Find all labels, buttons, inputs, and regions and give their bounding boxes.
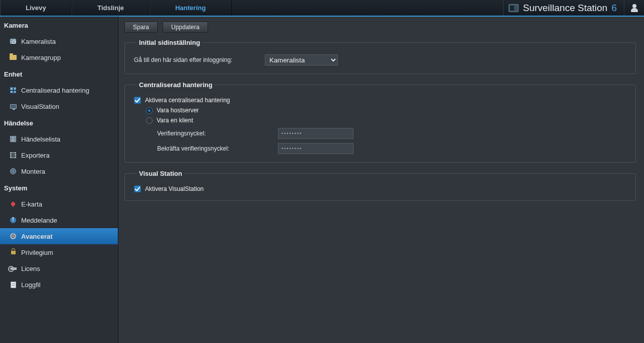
sidebar-item-privilege[interactable]: Privilegium (0, 244, 118, 260)
cms-enable-checkbox[interactable] (134, 97, 141, 104)
user-icon (630, 4, 638, 12)
topbar: LivevyTidslinjeHantering Surveillance St… (0, 0, 644, 17)
sidebar-item-license[interactable]: Licens (0, 260, 118, 277)
topbar-spacer (232, 0, 504, 16)
sidebar-item-label: Händelselista (21, 135, 60, 143)
sidebar-item-label: Avancerat (21, 233, 52, 240)
sidebar-item-eventlist[interactable]: Händelselista (0, 131, 118, 147)
section-cms-legend: Centraliserad hantering (137, 81, 214, 89)
cms-enable-label[interactable]: Aktivera centraliserad hantering (145, 97, 230, 104)
sidebar-item-label: E-karta (21, 200, 42, 208)
key-icon (9, 264, 17, 272)
main-content: Spara Uppdatera Initial sidinställning G… (118, 17, 644, 343)
role-client-radio[interactable] (146, 117, 153, 124)
list-icon (9, 135, 17, 143)
sidebar-item-export[interactable]: Exportera (0, 147, 118, 163)
verify-label: Verifieringsnyckel: (157, 130, 273, 137)
folder-icon (9, 53, 17, 61)
sidebar-item-central[interactable]: Centraliserad hantering (0, 82, 118, 98)
sidebar-item-label: Loggfil (21, 281, 40, 289)
sidebar-item-label: Montera (21, 168, 45, 175)
sidebar-item-label: Centraliserad hantering (21, 87, 89, 94)
sidebar-item-label: Meddelande (21, 217, 57, 224)
log-icon (9, 281, 17, 289)
sidebar-item-camlist[interactable]: Kameralista (0, 33, 118, 49)
tab-live[interactable]: Livevy (0, 0, 71, 16)
sidebar-group-title: Händelse (0, 114, 118, 131)
body: KameraKameralistaKameragruppEnhetCentral… (0, 17, 644, 343)
sidebar-item-label: Kameragrupp (21, 54, 61, 61)
vs-enable-label[interactable]: Aktivera VisualStation (145, 185, 204, 192)
sidebar: KameraKameralistaKameragruppEnhetCentral… (0, 17, 118, 343)
save-button[interactable]: Spara (124, 22, 158, 33)
role-host-label[interactable]: Vara hostserver (157, 107, 199, 114)
refresh-button[interactable]: Uppdatera (163, 22, 208, 33)
monitor-icon (9, 102, 17, 110)
sidebar-item-log[interactable]: Loggfil (0, 277, 118, 293)
sidebar-group-title: Enhet (0, 65, 118, 82)
globe-icon (9, 167, 17, 175)
section-initial: Initial sidinställning Gå till den här s… (124, 39, 636, 74)
alert-icon (9, 216, 17, 224)
section-cms: Centraliserad hantering Aktivera central… (124, 81, 636, 163)
sidebar-item-label: Kameralista (21, 38, 56, 45)
gear-icon (9, 232, 17, 240)
brand-version: 6 (611, 3, 617, 14)
sidebar-item-emap[interactable]: E-karta (0, 196, 118, 212)
sidebar-item-visualstation[interactable]: VisualStation (0, 98, 118, 114)
camera-icon (9, 37, 17, 45)
role-client-label[interactable]: Vara en klient (157, 117, 193, 124)
role-host-radio[interactable] (146, 107, 153, 114)
verify-input[interactable] (278, 128, 353, 139)
sidebar-item-label: Exportera (21, 152, 49, 159)
sidebar-item-mount[interactable]: Montera (0, 163, 118, 179)
confirm-input[interactable] (278, 143, 353, 154)
sidebar-item-camgroup[interactable]: Kameragrupp (0, 49, 118, 65)
sidebar-item-label: Licens (21, 265, 40, 272)
section-vs-legend: Visual Station (137, 170, 184, 177)
vs-enable-checkbox[interactable] (134, 185, 141, 192)
confirm-label: Bekräfta verifieringsnyckel: (157, 145, 273, 152)
section-vs: Visual Station Aktivera VisualStation (124, 170, 636, 201)
sidebar-group-title: System (0, 179, 118, 196)
user-menu-button[interactable] (624, 0, 644, 16)
tab-timeline[interactable]: Tidslinje (71, 0, 150, 16)
sidebar-item-notification[interactable]: Meddelande (0, 212, 118, 228)
pin-icon (9, 200, 17, 208)
goto-select[interactable]: Kameralista (265, 54, 338, 65)
lock-icon (9, 248, 17, 256)
goto-label: Gå till den här sidan efter inloggning: (134, 56, 260, 63)
topbar-tabs: LivevyTidslinjeHantering (0, 0, 232, 16)
toolbar: Spara Uppdatera (124, 22, 639, 33)
brand-text: Surveillance Station (523, 3, 607, 14)
brand: Surveillance Station 6 (503, 0, 624, 16)
film-icon (9, 151, 17, 159)
section-initial-legend: Initial sidinställning (137, 39, 202, 46)
app-icon (509, 4, 519, 12)
sidebar-item-label: Privilegium (21, 249, 53, 256)
sidebar-item-label: VisualStation (21, 103, 59, 110)
grid-icon (9, 86, 17, 94)
tab-manage[interactable]: Hantering (150, 0, 232, 16)
sidebar-group-title: Kamera (0, 17, 118, 33)
sidebar-item-advanced[interactable]: Avancerat (0, 228, 118, 244)
